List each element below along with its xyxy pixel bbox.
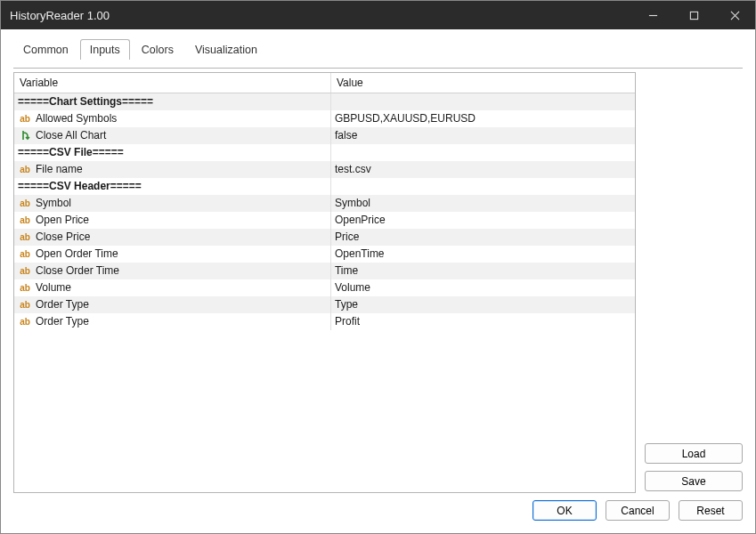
variable-cell: =====CSV Header===== (14, 178, 330, 195)
variable-cell: abOrder Type (14, 313, 330, 330)
ok-button[interactable]: OK (532, 500, 597, 521)
app-window: HistoryReader 1.00 CommonInputsColorsVis… (0, 0, 756, 534)
reset-button[interactable]: Reset (679, 500, 743, 521)
value-cell[interactable] (330, 178, 635, 195)
string-type-icon: ab (18, 215, 32, 225)
maximize-icon (689, 11, 699, 20)
value-cell[interactable]: test.csv (330, 161, 635, 178)
table-row[interactable]: abClose PricePrice (14, 229, 635, 246)
variable-cell: abVolume (14, 279, 330, 296)
minimize-button[interactable] (632, 1, 673, 29)
string-type-icon: ab (18, 266, 32, 276)
variable-label: Open Order Time (36, 247, 118, 260)
table-row[interactable]: abClose Order TimeTime (14, 263, 635, 279)
string-type-icon: ab (18, 232, 32, 242)
table-row[interactable]: abOrder TypeProfit (14, 313, 635, 330)
value-cell[interactable] (330, 93, 635, 110)
value-cell[interactable]: Volume (330, 279, 635, 296)
column-header-variable[interactable]: Variable (14, 73, 330, 93)
variable-label: Close Order Time (36, 264, 119, 277)
value-cell[interactable]: false (330, 127, 635, 144)
variable-label: Order Type (36, 298, 89, 311)
client-area: CommonInputsColorsVisualization Variable… (1, 29, 755, 533)
table-row[interactable]: =====CSV File===== (14, 144, 635, 161)
variable-label: Symbol (36, 197, 71, 209)
table-row[interactable]: abSymbolSymbol (14, 195, 635, 212)
tab-inputs[interactable]: Inputs (80, 39, 130, 60)
tab-bar: CommonInputsColorsVisualization (1, 29, 755, 60)
window-buttons (632, 1, 755, 29)
tab-colors[interactable]: Colors (132, 39, 183, 60)
table-row[interactable]: abVolumeVolume (14, 279, 635, 296)
window-title: HistoryReader 1.00 (10, 9, 632, 22)
svg-rect-1 (690, 12, 697, 19)
string-type-icon: ab (18, 165, 32, 174)
content-row: Variable Value =====Chart Settings=====a… (1, 60, 755, 500)
variable-cell: abClose Order Time (14, 263, 330, 279)
value-cell[interactable] (330, 144, 635, 161)
table-row[interactable]: abOpen PriceOpenPrice (14, 212, 635, 229)
bool-type-icon (18, 130, 32, 141)
value-cell[interactable]: GBPUSD,XAUUSD,EURUSD (330, 110, 635, 127)
string-type-icon: ab (18, 317, 32, 327)
footer-buttons: OK Cancel Reset (1, 500, 755, 533)
variable-cell: abOrder Type (14, 296, 330, 313)
value-cell[interactable]: OpenPrice (330, 212, 635, 229)
string-type-icon: ab (18, 300, 32, 310)
variable-label: Volume (36, 281, 71, 294)
close-icon (730, 11, 740, 20)
variable-cell: =====CSV File===== (14, 144, 330, 161)
table-row[interactable]: =====CSV Header===== (14, 178, 635, 195)
tab-underline (13, 68, 743, 69)
minimize-icon (648, 11, 658, 20)
variable-label: File name (36, 163, 83, 175)
value-cell[interactable]: OpenTime (330, 246, 635, 263)
value-cell[interactable]: Time (330, 263, 635, 279)
table-row[interactable]: abOpen Order TimeOpenTime (14, 246, 635, 263)
tab-visualization[interactable]: Visualization (185, 39, 267, 60)
variable-cell: abFile name (14, 161, 330, 178)
close-button[interactable] (714, 1, 755, 29)
table-row[interactable]: Close All Chartfalse (14, 127, 635, 144)
maximize-button[interactable] (673, 1, 714, 29)
variable-label: Close Price (36, 231, 90, 243)
variable-cell: Close All Chart (14, 127, 330, 144)
titlebar[interactable]: HistoryReader 1.00 (1, 1, 755, 29)
variable-label: Allowed Symbols (36, 112, 117, 125)
variable-cell: abOpen Price (14, 212, 330, 229)
inputs-table: Variable Value =====Chart Settings=====a… (14, 73, 635, 330)
column-header-value[interactable]: Value (330, 73, 635, 93)
value-cell[interactable]: Price (330, 229, 635, 246)
value-cell[interactable]: Symbol (330, 195, 635, 212)
string-type-icon: ab (18, 114, 32, 124)
cancel-button[interactable]: Cancel (606, 500, 670, 521)
load-button[interactable]: Load (645, 443, 743, 464)
table-row[interactable]: abFile nametest.csv (14, 161, 635, 178)
variable-cell: abOpen Order Time (14, 246, 330, 263)
value-cell[interactable]: Profit (330, 313, 635, 330)
variable-label: Close All Chart (36, 129, 106, 142)
variable-label: Order Type (36, 315, 89, 328)
variable-cell: abSymbol (14, 195, 330, 212)
variable-label: Open Price (36, 214, 89, 226)
table-empty-area (14, 330, 635, 493)
side-buttons: Load Save (645, 72, 743, 493)
variable-cell: abAllowed Symbols (14, 110, 330, 127)
string-type-icon: ab (18, 249, 32, 259)
tab-common[interactable]: Common (13, 39, 78, 60)
value-cell[interactable]: Type (330, 296, 635, 313)
variable-cell: =====Chart Settings===== (14, 93, 330, 110)
table-row[interactable]: abOrder TypeType (14, 296, 635, 313)
table-row[interactable]: =====Chart Settings===== (14, 93, 635, 110)
variable-cell: abClose Price (14, 229, 330, 246)
string-type-icon: ab (18, 283, 32, 293)
inputs-table-container: Variable Value =====Chart Settings=====a… (13, 72, 636, 493)
save-button[interactable]: Save (645, 471, 743, 491)
string-type-icon: ab (18, 198, 32, 208)
table-row[interactable]: abAllowed SymbolsGBPUSD,XAUUSD,EURUSD (14, 110, 635, 127)
